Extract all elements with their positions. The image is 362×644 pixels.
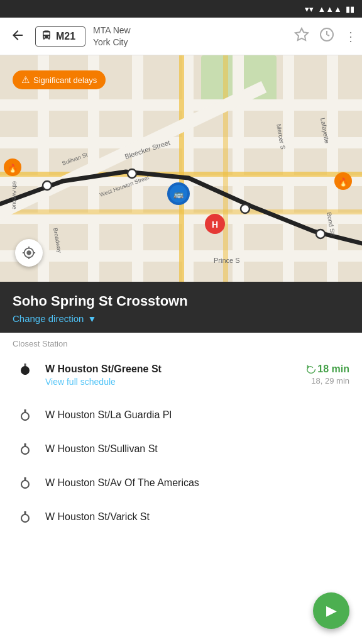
svg-text:Prince S: Prince S (214, 257, 240, 264)
stop-dot (21, 514, 30, 523)
more-button[interactable]: ⋮ (344, 29, 357, 44)
svg-rect-18 (179, 55, 184, 282)
stop-line-col (13, 409, 38, 421)
battery-icon: ▮▮ (346, 4, 354, 14)
top-bar: M21 MTA NewYork City ⋮ (0, 18, 362, 55)
fab-button[interactable]: ▶ (313, 592, 349, 629)
svg-rect-11 (132, 55, 143, 282)
status-bar: ▾▾ ▲▲▲ ▮▮ (0, 0, 362, 18)
stop-name: W Houston St/Sullivan St (45, 443, 349, 455)
stop-list: Closest Station W Houston St/Greene St V… (0, 333, 362, 534)
change-direction-label: Change direction (13, 313, 84, 324)
route-badge: M21 (35, 26, 85, 47)
stop-item: W Houston St/Greene St View full schedul… (0, 352, 362, 398)
stop-name: W Houston St/La Guardia Pl (45, 409, 349, 421)
stop-item: W Houston St/La Guardia Pl (0, 398, 362, 432)
stop-content: W Houston St/Greene St View full schedul… (38, 364, 302, 387)
stop-line-col (13, 477, 38, 489)
favorite-button[interactable] (294, 27, 309, 45)
svg-text:6th Avenue: 6th Avenue (11, 181, 18, 209)
closest-station-label: Closest Station (0, 333, 362, 352)
svg-rect-13 (233, 55, 244, 282)
stop-name: W Houston St/Av Of The Americas (45, 477, 349, 489)
warning-icon: ⚠ (21, 74, 30, 86)
svg-text:🔥: 🔥 (8, 163, 18, 174)
svg-text:🚌: 🚌 (173, 189, 184, 199)
delays-badge: ⚠ Significant delays (13, 70, 106, 89)
stop-item: W Houston St/Sullivan St (0, 432, 362, 466)
delays-text: Significant delays (33, 75, 97, 85)
svg-rect-19 (223, 55, 228, 282)
back-button[interactable] (5, 23, 30, 50)
svg-rect-14 (283, 55, 294, 282)
svg-marker-0 (295, 28, 308, 40)
stop-line-col (13, 443, 38, 455)
stop-dot (21, 446, 30, 455)
stop-dot (21, 412, 30, 421)
stop-item: W Houston St/Varick St (0, 500, 362, 534)
stop-dot (21, 480, 30, 489)
stop-name: W Houston St/Greene St (45, 364, 302, 375)
stop-line-col (13, 364, 38, 375)
stop-line-col (13, 511, 38, 523)
stop-content: W Houston St/Av Of The Americas (38, 477, 349, 489)
location-button[interactable] (15, 239, 43, 267)
svg-point-24 (316, 230, 325, 238)
route-number: M21 (56, 31, 75, 42)
play-icon: ▶ (326, 602, 337, 619)
stop-content: W Houston St/Sullivan St (38, 443, 349, 455)
stop-name: W Houston St/Varick St (45, 511, 349, 523)
change-direction-row[interactable]: Change direction ▼ (13, 313, 349, 324)
route-header: Soho Spring St Crosstown Change directio… (0, 282, 362, 333)
signal-icon: ▲▲▲ (317, 4, 342, 14)
bus-icon (41, 30, 52, 43)
svg-rect-15 (327, 55, 338, 282)
stop-time-main: 18 min (317, 364, 349, 375)
route-name: MTA NewYork City (90, 25, 289, 47)
svg-point-23 (241, 204, 250, 213)
svg-text:🔥: 🔥 (338, 177, 349, 187)
view-full-schedule-link[interactable]: View full schedule (45, 377, 302, 387)
stop-dot-current (21, 366, 30, 375)
stop-time-sub: 18, 29 min (307, 376, 349, 386)
stop-item: W Houston St/Av Of The Americas (0, 466, 362, 500)
stop-time-col: 18 min 18, 29 min (302, 364, 349, 386)
stop-content: W Houston St/Varick St (38, 511, 349, 523)
svg-point-22 (128, 169, 136, 178)
history-button[interactable] (319, 27, 334, 45)
route-title: Soho Spring St Crosstown (13, 293, 349, 309)
map-area: Bleecker Street Prince S Mercer S Lafaye… (0, 55, 362, 282)
svg-point-21 (43, 181, 52, 190)
wifi-icon: ▾▾ (305, 4, 314, 14)
stop-content: W Houston St/La Guardia Pl (38, 409, 349, 421)
chevron-down-icon: ▼ (87, 314, 96, 324)
svg-text:H: H (212, 219, 218, 230)
